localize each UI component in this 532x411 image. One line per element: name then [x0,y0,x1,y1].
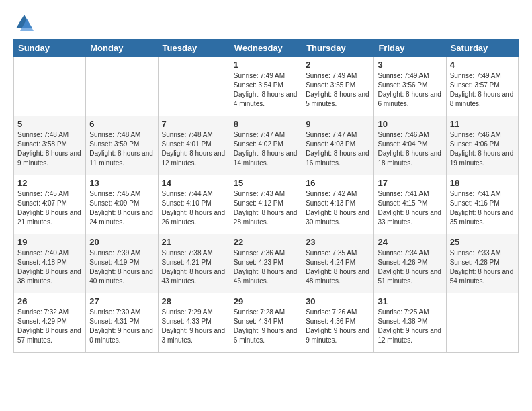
day-cell: 10Sunrise: 7:46 AM Sunset: 4:04 PM Dayli… [374,116,446,175]
day-info: Sunrise: 7:48 AM Sunset: 4:01 PM Dayligh… [162,130,226,168]
day-info: Sunrise: 7:40 AM Sunset: 4:18 PM Dayligh… [17,248,82,286]
day-cell: 28Sunrise: 7:29 AM Sunset: 4:33 PM Dayli… [158,293,230,353]
day-info: Sunrise: 7:49 AM Sunset: 3:56 PM Dayligh… [378,71,442,109]
logo-icon [15,13,34,32]
day-cell: 27Sunrise: 7:30 AM Sunset: 4:31 PM Dayli… [86,293,158,353]
day-info: Sunrise: 7:38 AM Sunset: 4:21 PM Dayligh… [162,248,226,286]
day-cell: 12Sunrise: 7:45 AM Sunset: 4:07 PM Dayli… [14,175,86,234]
day-cell: 8Sunrise: 7:47 AM Sunset: 4:02 PM Daylig… [230,116,302,175]
day-info: Sunrise: 7:34 AM Sunset: 4:26 PM Dayligh… [378,248,442,286]
day-number: 3 [378,60,442,70]
day-info: Sunrise: 7:44 AM Sunset: 4:10 PM Dayligh… [162,189,226,227]
day-cell: 5Sunrise: 7:48 AM Sunset: 3:58 PM Daylig… [14,116,86,175]
weekday-header-sunday: Sunday [14,40,86,57]
day-info: Sunrise: 7:45 AM Sunset: 4:07 PM Dayligh… [17,189,82,227]
day-number: 13 [89,178,154,188]
day-number: 2 [306,60,370,70]
day-cell: 16Sunrise: 7:42 AM Sunset: 4:13 PM Dayli… [302,175,374,234]
day-info: Sunrise: 7:30 AM Sunset: 4:31 PM Dayligh… [89,308,154,345]
day-cell: 1Sunrise: 7:49 AM Sunset: 3:54 PM Daylig… [230,57,302,116]
day-cell: 4Sunrise: 7:49 AM Sunset: 3:57 PM Daylig… [446,57,518,116]
day-number: 21 [162,237,226,247]
day-cell: 13Sunrise: 7:45 AM Sunset: 4:09 PM Dayli… [86,175,158,234]
day-cell: 26Sunrise: 7:32 AM Sunset: 4:29 PM Dayli… [14,293,86,353]
weekday-header-row: SundayMondayTuesdayWednesdayThursdayFrid… [14,40,519,57]
header [13,11,519,32]
day-info: Sunrise: 7:42 AM Sunset: 4:13 PM Dayligh… [306,189,370,227]
day-number: 25 [450,237,515,247]
day-number: 14 [162,178,226,188]
day-info: Sunrise: 7:26 AM Sunset: 4:36 PM Dayligh… [306,308,370,345]
day-number: 8 [234,119,298,129]
day-cell: 11Sunrise: 7:46 AM Sunset: 4:06 PM Dayli… [446,116,518,175]
day-cell: 19Sunrise: 7:40 AM Sunset: 4:18 PM Dayli… [14,234,86,293]
day-cell: 23Sunrise: 7:35 AM Sunset: 4:24 PM Dayli… [302,234,374,293]
day-info: Sunrise: 7:47 AM Sunset: 4:03 PM Dayligh… [306,130,370,168]
day-info: Sunrise: 7:46 AM Sunset: 4:06 PM Dayligh… [450,130,515,168]
day-number: 18 [450,178,515,188]
day-number: 28 [162,296,226,306]
day-number: 7 [162,119,226,129]
weekday-header-friday: Friday [374,40,446,57]
day-cell: 24Sunrise: 7:34 AM Sunset: 4:26 PM Dayli… [374,234,446,293]
day-cell: 9Sunrise: 7:47 AM Sunset: 4:03 PM Daylig… [302,116,374,175]
day-info: Sunrise: 7:36 AM Sunset: 4:23 PM Dayligh… [234,248,298,286]
day-cell: 6Sunrise: 7:48 AM Sunset: 3:59 PM Daylig… [86,116,158,175]
day-info: Sunrise: 7:45 AM Sunset: 4:09 PM Dayligh… [89,189,154,227]
week-row-3: 12Sunrise: 7:45 AM Sunset: 4:07 PM Dayli… [14,175,519,234]
day-number: 16 [306,178,370,188]
day-number: 29 [234,296,298,306]
week-row-1: 1Sunrise: 7:49 AM Sunset: 3:54 PM Daylig… [14,57,519,116]
day-info: Sunrise: 7:33 AM Sunset: 4:28 PM Dayligh… [450,248,515,286]
day-number: 9 [306,119,370,129]
day-info: Sunrise: 7:29 AM Sunset: 4:33 PM Dayligh… [162,308,226,345]
weekday-header-wednesday: Wednesday [230,40,302,57]
day-info: Sunrise: 7:48 AM Sunset: 3:59 PM Dayligh… [89,130,154,168]
week-row-4: 19Sunrise: 7:40 AM Sunset: 4:18 PM Dayli… [14,234,519,293]
day-cell [14,57,86,116]
day-cell: 22Sunrise: 7:36 AM Sunset: 4:23 PM Dayli… [230,234,302,293]
day-info: Sunrise: 7:41 AM Sunset: 4:16 PM Dayligh… [450,189,515,227]
day-number: 22 [234,237,298,247]
day-info: Sunrise: 7:48 AM Sunset: 3:58 PM Dayligh… [17,130,82,168]
weekday-header-monday: Monday [86,40,158,57]
day-cell: 15Sunrise: 7:43 AM Sunset: 4:12 PM Dayli… [230,175,302,234]
day-info: Sunrise: 7:49 AM Sunset: 3:57 PM Dayligh… [450,71,515,109]
day-info: Sunrise: 7:49 AM Sunset: 3:54 PM Dayligh… [234,71,298,109]
day-number: 31 [378,296,442,306]
day-cell: 21Sunrise: 7:38 AM Sunset: 4:21 PM Dayli… [158,234,230,293]
day-number: 30 [306,296,370,306]
day-number: 6 [89,119,154,129]
day-info: Sunrise: 7:39 AM Sunset: 4:19 PM Dayligh… [89,248,154,286]
week-row-5: 26Sunrise: 7:32 AM Sunset: 4:29 PM Dayli… [14,293,519,353]
weekday-header-tuesday: Tuesday [158,40,230,57]
day-cell: 14Sunrise: 7:44 AM Sunset: 4:10 PM Dayli… [158,175,230,234]
calendar: SundayMondayTuesdayWednesdayThursdayFrid… [13,39,519,353]
day-number: 11 [450,119,515,129]
day-number: 4 [450,60,515,70]
day-cell: 3Sunrise: 7:49 AM Sunset: 3:56 PM Daylig… [374,57,446,116]
week-row-2: 5Sunrise: 7:48 AM Sunset: 3:58 PM Daylig… [14,116,519,175]
day-number: 23 [306,237,370,247]
day-cell [86,57,158,116]
day-info: Sunrise: 7:25 AM Sunset: 4:38 PM Dayligh… [378,308,442,345]
day-number: 19 [17,237,82,247]
day-info: Sunrise: 7:47 AM Sunset: 4:02 PM Dayligh… [234,130,298,168]
day-number: 26 [17,296,82,306]
page: SundayMondayTuesdayWednesdayThursdayFrid… [0,0,532,411]
day-cell [446,293,518,353]
day-info: Sunrise: 7:43 AM Sunset: 4:12 PM Dayligh… [234,189,298,227]
weekday-header-thursday: Thursday [302,40,374,57]
day-cell: 17Sunrise: 7:41 AM Sunset: 4:15 PM Dayli… [374,175,446,234]
day-number: 17 [378,178,442,188]
day-cell: 20Sunrise: 7:39 AM Sunset: 4:19 PM Dayli… [86,234,158,293]
day-info: Sunrise: 7:46 AM Sunset: 4:04 PM Dayligh… [378,130,442,168]
day-cell: 31Sunrise: 7:25 AM Sunset: 4:38 PM Dayli… [374,293,446,353]
day-cell [158,57,230,116]
day-cell: 7Sunrise: 7:48 AM Sunset: 4:01 PM Daylig… [158,116,230,175]
day-cell: 25Sunrise: 7:33 AM Sunset: 4:28 PM Dayli… [446,234,518,293]
day-number: 20 [89,237,154,247]
day-info: Sunrise: 7:49 AM Sunset: 3:55 PM Dayligh… [306,71,370,109]
day-info: Sunrise: 7:35 AM Sunset: 4:24 PM Dayligh… [306,248,370,286]
day-cell: 29Sunrise: 7:28 AM Sunset: 4:34 PM Dayli… [230,293,302,353]
